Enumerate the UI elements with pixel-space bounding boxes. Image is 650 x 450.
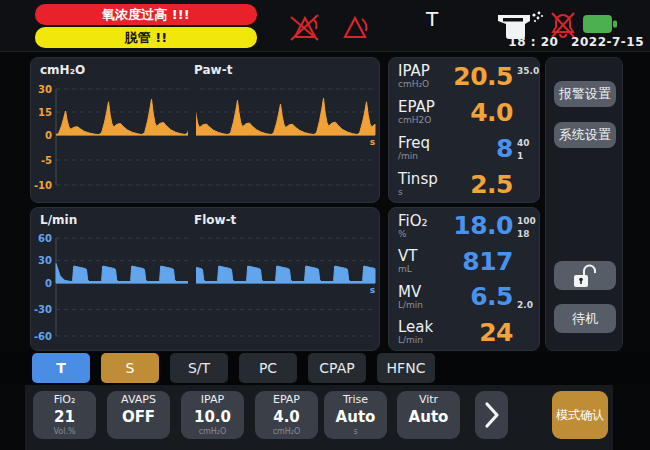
setting-value: OFF (122, 409, 155, 425)
mode-tab-t[interactable]: T (32, 353, 90, 383)
param-limit-high (517, 251, 537, 264)
param-unit: mL (398, 264, 450, 274)
mode-tab-s[interactable]: S (101, 353, 159, 383)
setting-value: Auto (409, 409, 449, 425)
flow-waveform-panel: 60300-30-60s L/min Flow-t (30, 207, 380, 351)
setting-button-avaps[interactable]: AVAPSOFF (107, 391, 170, 439)
param-value: 4.0 (450, 98, 513, 127)
param-label-block: FiO₂% (398, 213, 450, 239)
more-settings-button[interactable] (475, 391, 508, 439)
flow-chart-title: Flow-t (194, 213, 236, 227)
system-settings-button[interactable]: 系统设置 (554, 122, 616, 148)
paw-waveform-panel: 30150-5-10s cmH₂O Paw-t (30, 57, 380, 203)
setting-button-vitr[interactable]: VitrAuto (397, 391, 460, 439)
param-label: MV (398, 284, 450, 300)
paw-tick-label: -5 (41, 155, 52, 166)
param-alarm-limits (513, 246, 537, 277)
paw-tick-label: 15 (38, 107, 52, 118)
mode-tab-hfnc[interactable]: HFNC (377, 353, 435, 383)
param-alarm-limits: 35.0 (513, 60, 537, 91)
param-limit-high (517, 173, 537, 186)
setting-unit: s (353, 427, 357, 436)
param-limit-low (517, 114, 537, 127)
param-label: Freq (398, 135, 450, 151)
side-button-column: 报警设置 系统设置 待机 (545, 57, 623, 351)
standby-button[interactable]: 待机 (554, 304, 616, 333)
param-limit-high: 40 (517, 137, 537, 150)
param-label-block: MVL/min (398, 284, 450, 310)
setting-button-ipap[interactable]: IPAP10.0cmH₂O (181, 391, 244, 439)
param-alarm-limits: 401 (513, 132, 537, 163)
param-unit: L/min (398, 335, 450, 345)
flow-axis-unit: L/min (40, 213, 77, 227)
setting-button-epap[interactable]: EPAP4.0cmH₂O (255, 391, 318, 439)
param-label-block: EPAPcmH2O (398, 99, 450, 125)
param-alarm-limits (513, 168, 537, 199)
flow-tick-label: 60 (38, 233, 52, 244)
paw-tick-label: -10 (34, 180, 52, 191)
alarm-message-low: 脱管 !! (35, 27, 257, 48)
mode-settings-bar: 模式确认 FiO₂21Vol.%AVAPSOFFIPAP10.0cmH₂OEPA… (25, 385, 613, 450)
alarm-triangle-icon (341, 12, 371, 42)
param-label: IPAP (398, 63, 450, 79)
param-row[interactable]: IPAPcmH₂O20.535.0 (389, 58, 539, 94)
setting-value: Auto (336, 409, 376, 425)
param-value: 2.5 (450, 170, 513, 199)
screen-lock-button[interactable] (554, 261, 616, 290)
param-alarm-limits (513, 317, 537, 348)
param-row[interactable]: MVL/min6.52.0 (389, 279, 539, 315)
param-limit-high (517, 322, 537, 335)
battery-full-icon (582, 13, 618, 35)
param-limit-high: 100 (517, 215, 537, 228)
setting-label: EPAP (273, 394, 300, 406)
param-label-block: LeakL/min (398, 319, 450, 345)
setting-button-fio₂[interactable]: FiO₂21Vol.% (33, 391, 96, 439)
param-value: 20.5 (450, 62, 513, 91)
mode-tab-s-t[interactable]: S/T (170, 353, 228, 383)
alarm-settings-button[interactable]: 报警设置 (554, 81, 616, 107)
param-label-block: Freq/min (398, 135, 450, 161)
mode-tab-bar: TSS/TPCCPAPHFNC (0, 352, 650, 385)
param-label-block: Tinsps (398, 171, 450, 197)
paw-tick-label: 30 (38, 84, 52, 95)
mode-tab-cpap[interactable]: CPAP (308, 353, 366, 383)
param-unit: /min (398, 151, 450, 161)
setting-unit: cmH₂O (273, 427, 301, 436)
param-unit: s (398, 187, 450, 197)
param-value: 817 (450, 247, 513, 276)
param-unit: % (398, 229, 450, 239)
mode-confirm-button[interactable]: 模式确认 (552, 391, 608, 439)
chevron-right-icon (475, 391, 508, 439)
clock-date: 2022-7-15 (571, 35, 644, 49)
flow-tick-label: 0 (45, 278, 52, 289)
flow-waveform-chart: 60300-30-60s (31, 208, 379, 350)
paw-tick-label: 0 (45, 130, 52, 141)
param-row[interactable]: Freq/min8401 (389, 130, 539, 166)
param-row[interactable]: FiO₂%18.010018 (389, 208, 539, 244)
param-row[interactable]: Tinsps2.5 (389, 166, 539, 202)
setting-label: FiO₂ (54, 394, 76, 406)
param-limit-low (517, 186, 537, 199)
flow-tick-label: -60 (34, 331, 52, 342)
setting-button-trise[interactable]: TriseAutos (324, 391, 387, 439)
alarm-audio-off-icon (288, 11, 322, 43)
param-limit-high (517, 101, 537, 114)
param-limit-low: 18 (517, 228, 537, 241)
alarm-message-high: 氧浓度过高 !!! (35, 4, 257, 25)
setting-value: 4.0 (273, 409, 300, 425)
paw-waveform-chart: 30150-5-10s (31, 58, 379, 202)
setting-value: 10.0 (194, 409, 231, 425)
param-value: 8 (450, 134, 513, 163)
param-alarm-limits: 10018 (513, 210, 537, 241)
param-alarm-limits: 2.0 (513, 281, 537, 312)
param-row[interactable]: LeakL/min24 (389, 315, 539, 351)
setting-unit: cmH₂O (199, 427, 227, 436)
param-limit-low: 1 (517, 150, 537, 163)
param-label: EPAP (398, 99, 450, 115)
setting-label: AVAPS (121, 394, 156, 406)
paw-time-axis-label: s (370, 137, 375, 147)
param-row[interactable]: VTmL817 (389, 244, 539, 280)
param-unit: cmH2O (398, 115, 450, 125)
mode-tab-pc[interactable]: PC (239, 353, 297, 383)
param-row[interactable]: EPAPcmH2O4.0 (389, 94, 539, 130)
